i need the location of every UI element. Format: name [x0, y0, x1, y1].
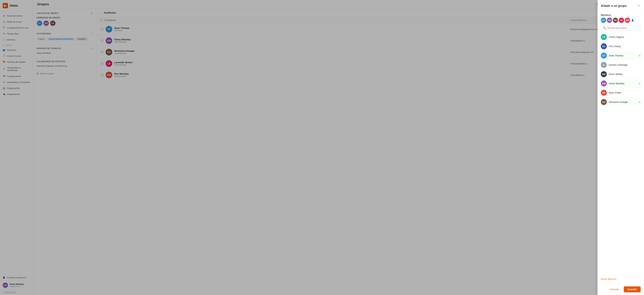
search-input[interactable]: [608, 27, 638, 29]
selected-avatar-dt: DT: [601, 17, 606, 23]
drawer-title: Añadir a un grupo: [601, 4, 626, 8]
list-item[interactable]: HG Hermione Granger ✓: [599, 97, 643, 107]
selected-avatar-rw: RW: [625, 17, 630, 23]
drawer-header: Añadir a un grupo ✕: [598, 0, 644, 11]
list-item[interactable]: GW Ginny Weasley ✓: [599, 79, 643, 88]
list-avatar: DT: [601, 53, 607, 58]
list-item[interactable]: D Dolores Umbridge: [599, 60, 643, 69]
list-item[interactable]: DT Dean Thomas ✓: [599, 51, 643, 60]
member-list: CD Cedric Diggory CC Cho Chang DT Dean T…: [598, 32, 644, 275]
list-avatar: D: [601, 62, 607, 68]
search-icon: 🔍: [603, 26, 606, 29]
list-avatar: GW: [601, 80, 607, 86]
selected-checkmark-icon: ✓: [638, 54, 641, 57]
clear-selection-button[interactable]: Borrar selección: [601, 277, 641, 281]
drawer-actions: Cancelar Guardar: [598, 284, 644, 295]
close-button[interactable]: ✕: [637, 3, 641, 8]
list-avatar: HG: [601, 99, 607, 105]
selected-checkmark-icon: ✓: [638, 101, 641, 104]
save-button[interactable]: Guardar: [624, 286, 641, 292]
search-box[interactable]: 🔍: [601, 25, 641, 31]
list-avatar: HP: [601, 90, 607, 96]
selected-avatars: DT GW HG LB RW 👤+: [598, 17, 644, 25]
selected-avatar-hg: HG: [613, 17, 618, 23]
selected-avatar-lb: LB: [619, 17, 624, 23]
drawer-footer: Borrar selección: [598, 275, 644, 284]
list-item[interactable]: CD Cedric Diggory: [599, 32, 643, 42]
add-member-button[interactable]: 👤+: [631, 17, 636, 23]
list-member-name: Dolores Umbridge: [609, 63, 641, 66]
list-avatar: DM: [601, 71, 607, 77]
list-member-name: Dean Thomas: [609, 54, 636, 57]
list-member-name: Hermione Granger: [609, 101, 636, 103]
list-item[interactable]: CC Cho Chang: [599, 42, 643, 51]
list-avatar: CD: [601, 34, 607, 40]
list-member-name: Cho Chang: [609, 45, 641, 48]
selected-avatar-gw: GW: [607, 17, 612, 23]
modal-overlay[interactable]: [0, 0, 644, 295]
selected-checkmark-icon: ✓: [638, 82, 641, 85]
list-item[interactable]: DM Draco Malfoy: [599, 69, 643, 79]
person-plus-icon: 👤+: [631, 19, 635, 21]
list-member-name: Ginny Weasley: [609, 82, 636, 85]
cancel-button[interactable]: Cancelar: [607, 287, 622, 292]
add-to-group-drawer: Añadir a un grupo ✕ Miembros DT GW HG LB…: [598, 0, 644, 295]
list-item[interactable]: HP Harry Potter: [599, 88, 643, 97]
drawer-members-label: Miembros DT GW HG LB RW 👤+: [598, 11, 644, 25]
members-section-label: Miembros: [598, 11, 644, 17]
list-member-name: Cedric Diggory: [609, 36, 641, 38]
list-avatar: CC: [601, 43, 607, 49]
list-member-name: Draco Malfoy: [609, 73, 641, 75]
list-member-name: Harry Potter: [609, 91, 641, 94]
